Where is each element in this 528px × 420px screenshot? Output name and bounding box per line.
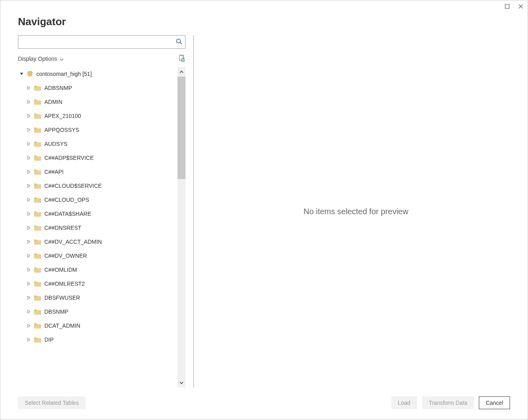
tree-root-item[interactable]: contosomart_high [51]: [18, 67, 176, 81]
expand-icon[interactable]: [27, 254, 31, 258]
maximize-icon[interactable]: [504, 3, 511, 10]
select-related-tables-button[interactable]: Select Related Tables: [18, 396, 86, 409]
expand-icon[interactable]: [27, 184, 31, 188]
cancel-button[interactable]: Cancel: [479, 396, 510, 409]
collapse-icon[interactable]: [20, 72, 24, 76]
scroll-up-icon[interactable]: [177, 67, 185, 77]
chevron-down-icon: [60, 56, 64, 62]
expand-icon[interactable]: [27, 170, 31, 174]
display-options-row: Display Options: [18, 53, 185, 65]
folder-icon: [34, 155, 41, 161]
folder-icon: [34, 309, 41, 315]
tree-item[interactable]: ADMIN: [18, 95, 176, 109]
navigator-left-panel: Display Options: [18, 35, 194, 388]
expand-icon[interactable]: [27, 268, 31, 272]
expand-icon[interactable]: [27, 86, 31, 90]
tree-item-label: DIP: [44, 336, 54, 343]
svg-marker-27: [28, 338, 30, 341]
svg-marker-19: [28, 226, 30, 229]
tree-item[interactable]: APEX_210100: [18, 109, 176, 123]
database-icon: [27, 71, 33, 77]
tree-scrollbar[interactable]: [177, 67, 185, 388]
tree-item[interactable]: DBSNMP: [18, 305, 176, 318]
scroll-track[interactable]: [177, 77, 185, 378]
tree-item[interactable]: C##DV_ACCT_ADMIN: [18, 235, 176, 249]
transform-data-button[interactable]: Transform Data: [422, 396, 474, 409]
tree-item[interactable]: AUDSYS: [18, 137, 176, 151]
folder-icon: [34, 127, 41, 133]
tree-item[interactable]: APPQOSSYS: [18, 123, 176, 137]
expand-icon[interactable]: [27, 310, 31, 314]
search-container: [18, 35, 185, 49]
tree-item-label: ADBSNMP: [44, 85, 72, 91]
expand-icon[interactable]: [27, 142, 31, 146]
expand-icon[interactable]: [27, 282, 31, 286]
tree-item[interactable]: ADBSNMP: [18, 81, 176, 95]
svg-marker-23: [28, 282, 30, 285]
expand-icon[interactable]: [27, 114, 31, 118]
tree-item-label: C##DATA$SHARE: [44, 211, 91, 217]
search-input[interactable]: [22, 36, 175, 48]
expand-icon[interactable]: [27, 128, 31, 132]
svg-rect-0: [505, 4, 509, 8]
svg-marker-18: [28, 212, 30, 215]
folder-icon: [34, 183, 41, 189]
tree-item[interactable]: C##DV_OWNER: [18, 249, 176, 263]
expand-icon[interactable]: [27, 240, 31, 244]
expand-icon[interactable]: [27, 296, 31, 300]
expand-icon[interactable]: [27, 198, 31, 202]
tree-item-label: C##OMLREST2: [44, 281, 85, 287]
tree-item[interactable]: C##OMLREST2: [18, 277, 176, 291]
expand-icon[interactable]: [27, 100, 31, 104]
svg-marker-24: [28, 296, 30, 299]
load-button[interactable]: Load: [391, 396, 417, 409]
search-icon[interactable]: [175, 38, 183, 46]
refresh-icon[interactable]: [178, 55, 185, 63]
svg-marker-6: [20, 73, 23, 75]
folder-icon: [34, 253, 41, 259]
svg-marker-14: [28, 156, 30, 159]
folder-icon: [34, 281, 41, 287]
tree-item-label: ADMIN: [44, 99, 62, 105]
tree-item[interactable]: C##API: [18, 165, 176, 179]
tree-item[interactable]: DIP: [18, 332, 176, 346]
tree-item-label: C##CLOUD$SERVICE: [44, 183, 102, 189]
tree-item[interactable]: C##DNSREST: [18, 221, 176, 235]
tree-item[interactable]: DCAT_ADMIN: [18, 318, 176, 332]
folder-icon: [34, 113, 41, 119]
svg-marker-21: [28, 254, 30, 257]
tree-item-label: DBSNMP: [44, 309, 68, 315]
tree-item[interactable]: C##ADP$SERVICE: [18, 151, 176, 165]
svg-point-3: [177, 39, 181, 43]
expand-icon[interactable]: [27, 338, 31, 342]
tree-item[interactable]: C##CLOUD$SERVICE: [18, 179, 176, 193]
expand-icon[interactable]: [27, 212, 31, 216]
svg-marker-12: [28, 128, 30, 131]
titlebar: [0, 0, 528, 12]
tree-root-label: contosomart_high [51]: [36, 71, 92, 77]
folder-icon: [34, 85, 41, 91]
tree-item[interactable]: DBSFWUSER: [18, 291, 176, 305]
folder-icon: [34, 239, 41, 245]
close-icon[interactable]: [517, 3, 524, 10]
tree-item[interactable]: C##OMLIDM: [18, 263, 176, 277]
display-options-dropdown[interactable]: Display Options: [18, 56, 64, 62]
svg-marker-15: [28, 170, 30, 173]
preview-empty-message: No items selected for preview: [303, 207, 408, 216]
dialog-header: Navigator: [0, 12, 528, 35]
scroll-down-icon[interactable]: [177, 378, 185, 388]
svg-marker-11: [28, 114, 30, 117]
tree-item[interactable]: C##CLOUD_OPS: [18, 193, 176, 207]
expand-icon[interactable]: [27, 156, 31, 160]
expand-icon[interactable]: [27, 324, 31, 328]
scroll-thumb[interactable]: [177, 77, 185, 179]
dialog-footer: Select Related Tables Load Transform Dat…: [0, 388, 528, 420]
svg-marker-13: [28, 142, 30, 145]
tree-item-label: DBSFWUSER: [44, 295, 80, 301]
folder-icon: [34, 267, 41, 273]
tree-item[interactable]: C##DATA$SHARE: [18, 207, 176, 221]
expand-icon[interactable]: [27, 226, 31, 230]
display-options-label: Display Options: [18, 56, 57, 62]
svg-marker-10: [28, 100, 30, 104]
folder-icon: [34, 211, 41, 217]
